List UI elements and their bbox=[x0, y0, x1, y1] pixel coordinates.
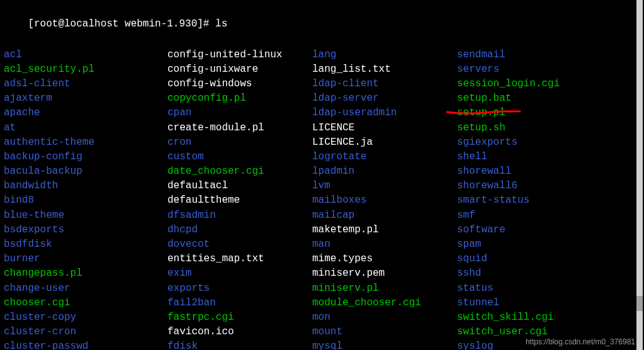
ls-entry-changepass-pl: changepass.pl bbox=[4, 266, 167, 281]
ls-entry-maketemp-pl: maketemp.pl bbox=[312, 223, 457, 237]
ls-entry-setup-bat: setup.bat bbox=[457, 91, 640, 106]
ls-entry-favicon-ico: favicon.ico bbox=[167, 325, 312, 339]
ls-entry-date-chooser-cgi: date_chooser.cgi bbox=[167, 164, 312, 179]
watermark-text: https://blog.csdn.net/m0_376981 bbox=[526, 337, 635, 347]
ls-entry-change-user: change-user bbox=[4, 281, 167, 296]
ls-entry-mailboxes: mailboxes bbox=[312, 193, 457, 208]
ls-entry-ldap-client: ldap-client bbox=[312, 77, 457, 91]
ls-entry-mysql: mysql bbox=[312, 339, 457, 350]
ls-entry-miniserv-pem: miniserv.pem bbox=[312, 266, 457, 281]
ls-entry-backup-config: backup-config bbox=[4, 150, 167, 164]
ls-entry-sshd: sshd bbox=[457, 266, 640, 281]
ls-entry-dfsadmin: dfsadmin bbox=[167, 208, 312, 223]
ls-entry-adsl-client: adsl-client bbox=[4, 77, 167, 91]
ls-entry-ldap-server: ldap-server bbox=[312, 91, 457, 106]
ls-entry-shell: shell bbox=[457, 150, 640, 164]
ls-entry-squid: squid bbox=[457, 252, 640, 266]
ls-entry-config-unixware: config-unixware bbox=[167, 62, 312, 77]
ls-entry-config-windows: config-windows bbox=[167, 77, 312, 91]
ls-entry-fdisk: fdisk bbox=[167, 339, 312, 350]
ls-output: aclacl_security.pladsl-clientajaxtermapa… bbox=[4, 48, 640, 350]
ls-entry-bind8: bind8 bbox=[4, 193, 167, 208]
ls-entry-smf: smf bbox=[457, 208, 640, 223]
ls-entry-burner: burner bbox=[4, 252, 167, 266]
ls-entry-logrotate: logrotate bbox=[312, 150, 457, 164]
ls-entry-shorewall: shorewall bbox=[457, 164, 640, 179]
ls-entry-fail2ban: fail2ban bbox=[167, 296, 312, 310]
ls-entry-setup-pl: setup.pl bbox=[457, 106, 640, 120]
ls-entry-bacula-backup: bacula-backup bbox=[4, 164, 167, 179]
vertical-scrollbar[interactable] bbox=[636, 0, 643, 350]
ls-entry-bsdfdisk: bsdfdisk bbox=[4, 237, 167, 252]
scrollbar-thumb[interactable] bbox=[636, 296, 643, 311]
ls-entry-licence-ja: LICENCE.ja bbox=[312, 135, 457, 150]
ls-entry-sendmail: sendmail bbox=[457, 48, 640, 62]
ls-entry-chooser-cgi: chooser.cgi bbox=[4, 296, 167, 310]
ls-entry-servers: servers bbox=[457, 62, 640, 77]
ls-entry-shorewall6: shorewall6 bbox=[457, 179, 640, 193]
ls-entry-defaulttheme: defaulttheme bbox=[167, 193, 312, 208]
ls-entry-lang-list-txt: lang_list.txt bbox=[312, 62, 457, 77]
ls-entry-lang: lang bbox=[312, 48, 457, 62]
ls-entry-cluster-cron: cluster-cron bbox=[4, 325, 167, 339]
ls-entry-blue-theme: blue-theme bbox=[4, 208, 167, 223]
ls-entry-config-united-linux: config-united-linux bbox=[167, 48, 312, 62]
ls-column-1: aclacl_security.pladsl-clientajaxtermapa… bbox=[4, 48, 167, 350]
ls-entry-acl: acl bbox=[4, 48, 167, 62]
ls-entry-licence: LICENCE bbox=[312, 121, 457, 135]
ls-entry-bandwidth: bandwidth bbox=[4, 179, 167, 193]
ls-entry-stunnel: stunnel bbox=[457, 296, 640, 310]
prompt-line: [root@localhost webmin-1.930]# ls bbox=[4, 3, 640, 47]
ls-entry-dhcpd: dhcpd bbox=[167, 223, 312, 237]
ls-entry-ldap-useradmin: ldap-useradmin bbox=[312, 106, 457, 120]
ls-entry-spam: spam bbox=[457, 237, 640, 252]
ls-column-3: langlang_list.txtldap-clientldap-serverl… bbox=[312, 48, 457, 350]
ls-entry-dovecot: dovecot bbox=[167, 237, 312, 252]
ls-entry-at: at bbox=[4, 121, 167, 135]
ls-entry-create-module-pl: create-module.pl bbox=[167, 121, 312, 135]
ls-entry-smart-status: smart-status bbox=[457, 193, 640, 208]
terminal-window[interactable]: [root@localhost webmin-1.930]# ls aclacl… bbox=[0, 0, 644, 350]
ls-entry-defaultacl: defaultacl bbox=[167, 179, 312, 193]
ls-entry-bsdexports: bsdexports bbox=[4, 223, 167, 237]
ls-entry-mime-types: mime.types bbox=[312, 252, 457, 266]
ls-entry-exim: exim bbox=[167, 266, 312, 281]
ls-entry-sgiexports: sgiexports bbox=[457, 135, 640, 150]
ls-entry-custom: custom bbox=[167, 150, 312, 164]
ls-entry-switch-skill-cgi: switch_skill.cgi bbox=[457, 310, 640, 325]
ls-entry-lvm: lvm bbox=[312, 179, 457, 193]
ls-entry-cpan: cpan bbox=[167, 106, 312, 120]
ls-entry-authentic-theme: authentic-theme bbox=[4, 135, 167, 150]
ls-entry-acl-security-pl: acl_security.pl bbox=[4, 62, 167, 77]
ls-entry-setup-sh: setup.sh bbox=[457, 121, 640, 135]
ls-entry-mailcap: mailcap bbox=[312, 208, 457, 223]
ls-entry-miniserv-pl: miniserv.pl bbox=[312, 281, 457, 296]
ls-entry-module-chooser-cgi: module_chooser.cgi bbox=[312, 296, 457, 310]
prompt-text: [root@localhost webmin-1.930]# ls bbox=[28, 18, 227, 30]
ls-entry-ajaxterm: ajaxterm bbox=[4, 91, 167, 106]
ls-entry-cron: cron bbox=[167, 135, 312, 150]
ls-entry-man: man bbox=[312, 237, 457, 252]
ls-entry-fastrpc-cgi: fastrpc.cgi bbox=[167, 310, 312, 325]
ls-column-4: sendmailserverssession_login.cgisetup.ba… bbox=[457, 48, 640, 350]
ls-entry-apache: apache bbox=[4, 106, 167, 120]
ls-entry-cluster-passwd: cluster-passwd bbox=[4, 339, 167, 350]
ls-entry-entities-map-txt: entities_map.txt bbox=[167, 252, 312, 266]
ls-entry-copyconfig-pl: copyconfig.pl bbox=[167, 91, 312, 106]
ls-entry-lpadmin: lpadmin bbox=[312, 164, 457, 179]
ls-entry-software: software bbox=[457, 223, 640, 237]
ls-entry-status: status bbox=[457, 281, 640, 296]
ls-column-2: config-united-linuxconfig-unixwareconfig… bbox=[167, 48, 312, 350]
ls-entry-cluster-copy: cluster-copy bbox=[4, 310, 167, 325]
ls-entry-exports: exports bbox=[167, 281, 312, 296]
ls-entry-mount: mount bbox=[312, 325, 457, 339]
ls-entry-session-login-cgi: session_login.cgi bbox=[457, 77, 640, 91]
ls-entry-mon: mon bbox=[312, 310, 457, 325]
